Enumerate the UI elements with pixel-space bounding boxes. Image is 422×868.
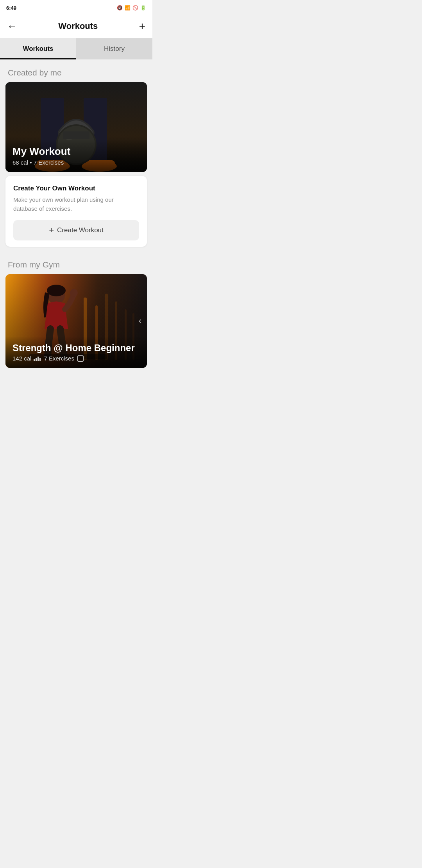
add-button[interactable]: + bbox=[139, 21, 145, 32]
tab-history[interactable]: History bbox=[76, 38, 152, 59]
back-button[interactable]: ← bbox=[7, 21, 17, 31]
create-workout-button-label: Create Workout bbox=[57, 226, 104, 234]
bar-chart-icon bbox=[34, 356, 41, 361]
my-workout-card[interactable]: My Workout 68 cal • 7 Exercises bbox=[5, 82, 147, 172]
content: Created by me bbox=[0, 59, 152, 377]
create-card-title: Create Your Own Workout bbox=[13, 185, 139, 192]
page-title: Workouts bbox=[17, 21, 139, 31]
gym-workout-meta: 142 cal 7 Exercises bbox=[13, 355, 140, 362]
gym-workout-overlay: Strength @ Home Beginner 142 cal 7 Exerc… bbox=[5, 336, 147, 368]
gym-workout-card[interactable]: Strength @ Home Beginner 142 cal 7 Exerc… bbox=[5, 274, 147, 368]
my-workout-overlay: My Workout 68 cal • 7 Exercises bbox=[5, 139, 147, 172]
status-bar: 6:49 🔇 📶 🚫 🔋 bbox=[0, 0, 152, 14]
tab-bar: Workouts History bbox=[0, 38, 152, 59]
gym-workout-name: Strength @ Home Beginner bbox=[13, 343, 140, 353]
my-workout-meta: 68 cal • 7 Exercises bbox=[13, 159, 140, 166]
tab-workouts[interactable]: Workouts bbox=[0, 38, 76, 59]
svg-point-15 bbox=[47, 285, 66, 296]
status-time: 6:49 bbox=[6, 5, 16, 11]
battery-icon: 🔋 bbox=[140, 5, 146, 11]
watch-icon bbox=[77, 355, 84, 362]
create-workout-plus-icon: + bbox=[49, 225, 54, 235]
status-icons: 🔇 📶 🚫 🔋 bbox=[117, 5, 146, 11]
mute-icon: 🔇 bbox=[117, 5, 123, 11]
create-workout-card: Create Your Own Workout Make your own wo… bbox=[5, 176, 147, 247]
create-card-description: Make your own workout plan using our dat… bbox=[13, 195, 139, 213]
header: ← Workouts + bbox=[0, 14, 152, 38]
svg-rect-11 bbox=[63, 131, 89, 139]
from-my-gym-title: From my Gym bbox=[0, 251, 152, 274]
svg-point-16 bbox=[70, 289, 78, 297]
create-workout-button[interactable]: + Create Workout bbox=[13, 220, 139, 240]
my-workout-name: My Workout bbox=[13, 145, 140, 158]
created-by-me-title: Created by me bbox=[0, 59, 152, 82]
wifi-icon: 📶 bbox=[125, 5, 131, 11]
chevron-right-icon: ‹ bbox=[139, 316, 141, 326]
no-entry-icon: 🚫 bbox=[132, 5, 138, 11]
